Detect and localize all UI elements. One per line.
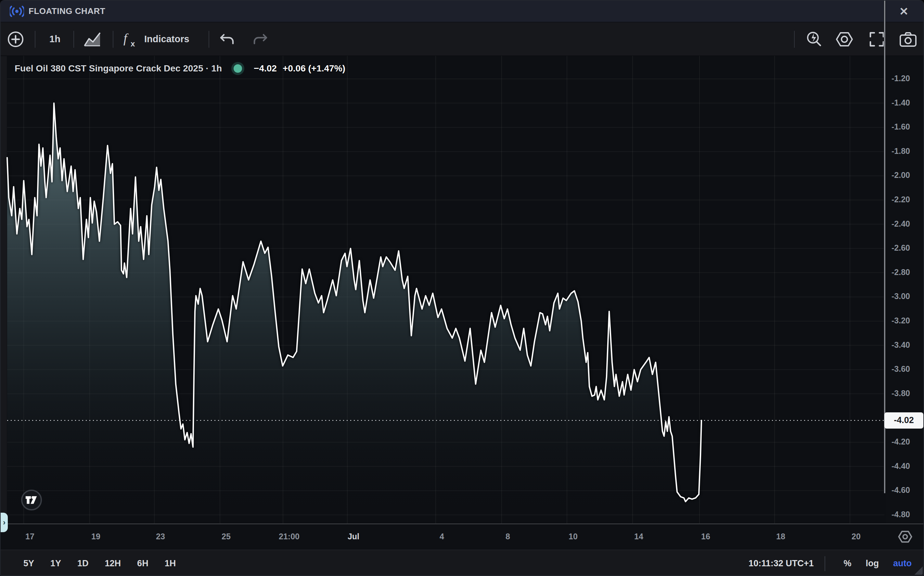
price-chart[interactable] xyxy=(1,1,924,576)
time-tick-label: 16 xyxy=(701,532,710,541)
percent-scale-button[interactable]: % xyxy=(844,558,851,568)
symbol-legend[interactable]: Fuel Oil 380 CST Singapore Crack Dec 202… xyxy=(14,63,345,74)
axis-settings-button[interactable] xyxy=(886,524,924,549)
bottom-separator xyxy=(825,556,825,571)
price-tick-label: -3.80 xyxy=(892,389,910,398)
range-button-5y[interactable]: 5Y xyxy=(18,556,40,571)
price-tick-label: -3.40 xyxy=(892,340,910,350)
tradingview-logo[interactable] xyxy=(21,490,42,510)
range-button-6h[interactable]: 6H xyxy=(131,556,154,571)
time-tick-label: 18 xyxy=(776,532,785,541)
price-tick-label: -2.40 xyxy=(892,219,910,229)
price-tick-label: -2.20 xyxy=(892,195,910,204)
time-tick-label: 19 xyxy=(91,532,100,541)
range-button-1y[interactable]: 1Y xyxy=(45,556,67,571)
price-tick-label: -2.80 xyxy=(892,267,910,277)
range-button-1d[interactable]: 1D xyxy=(72,556,95,571)
price-tick-label: -3.60 xyxy=(892,364,910,374)
price-tick-label: -1.40 xyxy=(892,98,910,107)
price-tick-label: -3.00 xyxy=(892,291,910,301)
price-tick-label: -1.20 xyxy=(892,74,910,83)
price-tick-label: -4.40 xyxy=(892,461,910,471)
log-scale-button[interactable]: log xyxy=(866,558,879,568)
price-axis[interactable]: -1.20-1.40-1.60-1.80-2.00-2.20-2.40-2.60… xyxy=(886,56,924,524)
time-tick-label: 10 xyxy=(569,532,578,541)
price-change: +0.06 (+1.47%) xyxy=(283,63,345,74)
time-tick-label: Jul xyxy=(348,532,359,541)
chevron-right-icon: › xyxy=(3,518,5,527)
date-range-buttons: 5Y1Y1D12H6H1H xyxy=(18,550,181,576)
range-button-12h[interactable]: 12H xyxy=(99,556,127,571)
price-tick-label: -1.80 xyxy=(892,146,910,156)
chart-region: Fuel Oil 380 CST Singapore Crack Dec 202… xyxy=(1,56,924,524)
floating-chart-window: FLOATING CHART ✕ 1h f x xyxy=(0,0,924,576)
price-tick-label: -1.60 xyxy=(892,122,910,131)
tradingview-logo-glyph xyxy=(25,496,38,504)
time-tick-label: 21:00 xyxy=(279,532,300,541)
last-price-tag: -4.02 xyxy=(884,412,923,429)
price-tick-label: -3.20 xyxy=(892,316,910,325)
resize-handle[interactable] xyxy=(914,566,923,575)
object-tree-expand-tab[interactable]: › xyxy=(1,513,8,532)
auto-scale-button[interactable]: auto xyxy=(893,558,912,568)
bottom-right-controls: 10:11:32 UTC+1 % log auto xyxy=(749,550,915,576)
price-tick-label: -2.60 xyxy=(892,243,910,253)
bottom-toolbar: 5Y1Y1D12H6H1H 10:11:32 UTC+1 % log auto xyxy=(1,550,924,576)
last-price-tag-value: -4.02 xyxy=(894,415,914,426)
price-tick-label: -4.20 xyxy=(892,437,910,446)
time-axis[interactable]: 1719232521:00Jul481014161820 xyxy=(1,524,924,549)
price-tick-label: -4.80 xyxy=(892,510,910,519)
time-tick-label: 14 xyxy=(634,532,643,541)
price-tick-label: -2.00 xyxy=(892,170,910,180)
time-tick-label: 8 xyxy=(505,532,510,541)
series-marker-dot xyxy=(234,64,242,73)
axis-gear-icon xyxy=(898,530,913,544)
clock[interactable]: 10:11:32 UTC+1 xyxy=(749,558,813,568)
range-button-1h[interactable]: 1H xyxy=(159,556,182,571)
time-tick-label: 25 xyxy=(221,532,231,541)
last-price: −4.02 xyxy=(254,63,277,74)
time-tick-label: 4 xyxy=(440,532,444,541)
price-tick-label: -4.60 xyxy=(892,485,910,495)
symbol-title: Fuel Oil 380 CST Singapore Crack Dec 202… xyxy=(14,63,222,74)
time-tick-label: 20 xyxy=(852,532,861,541)
time-tick-label: 17 xyxy=(25,532,34,541)
time-tick-label: 23 xyxy=(156,532,165,541)
